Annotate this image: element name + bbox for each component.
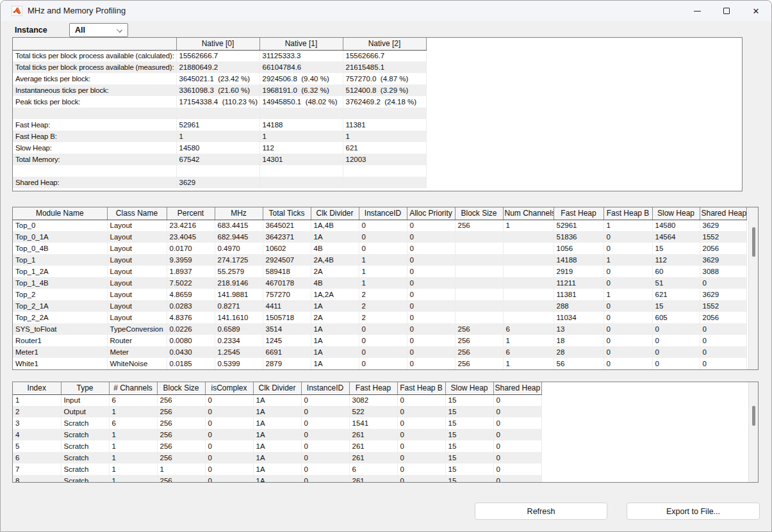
table-cell: 1A: [311, 335, 359, 346]
table-cell: 1: [359, 266, 407, 277]
table-row[interactable]: Meter1Meter0.04301.254566911A00256628000: [13, 346, 746, 358]
table-row[interactable]: Total ticks per block process available …: [13, 61, 426, 73]
table-row[interactable]: Instantaneous ticks per block:3361098.3 …: [13, 85, 426, 96]
table-row[interactable]: Top_0_1ALayout23.4045682.944536423711A00…: [13, 231, 746, 243]
column-header: Slow Heap: [445, 382, 493, 394]
table-cell: 261: [349, 440, 397, 452]
instance-dropdown[interactable]: All: [69, 23, 128, 37]
table-row[interactable]: White1WhiteNoise0.01850.539928791A002561…: [13, 358, 746, 369]
table-cell: 0: [652, 346, 700, 358]
table-cell: 15: [652, 300, 700, 312]
table-cell: Top_2_2A: [13, 312, 107, 323]
table-cell: 11381: [343, 119, 426, 131]
table-cell: 4: [13, 429, 61, 440]
table-cell: 256: [157, 440, 205, 452]
table-row[interactable]: Shared Heap:3629: [13, 177, 426, 188]
instance-dropdown-value: All: [75, 26, 85, 35]
table-cell: 3088: [700, 266, 746, 277]
minimize-button[interactable]: [686, 1, 708, 21]
table-cell: 256: [157, 452, 205, 463]
column-header: Alloc Priority: [407, 207, 455, 220]
table-row[interactable]: Top_1Layout9.3959274.172529245072A,4B101…: [13, 254, 746, 266]
table-cell: 15: [445, 475, 493, 483]
table-row[interactable]: 3Scratch625601A015410150: [13, 417, 541, 429]
table-cell: 2A: [311, 312, 359, 323]
export-button[interactable]: Export to File...: [627, 503, 760, 520]
table-row[interactable]: SYS_toFloatTypeConversion0.02260.6589351…: [13, 323, 746, 335]
refresh-button[interactable]: Refresh: [475, 503, 607, 520]
table-cell: 1: [13, 394, 61, 406]
scrollbar-thumb[interactable]: [752, 227, 755, 257]
table-cell: 0.2334: [215, 335, 263, 346]
table-cell: Layout: [107, 266, 167, 277]
table-row[interactable]: Top_0_4BLayout0.01700.4970106024B0010560…: [13, 243, 746, 254]
table-cell: 17154338.4 (110.23 %): [176, 96, 259, 108]
table-row[interactable]: Top_1_2ALayout1.893755.25795894182A10291…: [13, 266, 746, 277]
table-row[interactable]: Top_0Layout23.4216683.441536450211A,4B00…: [13, 220, 746, 231]
table-cell: 8: [13, 475, 61, 483]
table-cell: 0: [407, 335, 455, 346]
table-row[interactable]: Top_2_2ALayout4.8376141.161015057182A201…: [13, 312, 746, 323]
table-cell: 1A: [253, 429, 301, 440]
module-table-header-row: Module NameClass NamePercentMHzTotal Tic…: [13, 207, 746, 220]
table-cell: 51836: [554, 231, 604, 243]
table-cell: 1A: [311, 358, 359, 369]
table-cell: [259, 108, 343, 119]
table-row[interactable]: Total Memory:675421430112003: [13, 154, 426, 165]
close-button[interactable]: ✕: [745, 1, 767, 21]
column-header: InstanceID: [301, 382, 349, 394]
table-cell: 1: [343, 131, 426, 142]
table-cell: 0: [359, 335, 407, 346]
table-row[interactable]: 5Scratch125601A02610150: [13, 440, 541, 452]
table-cell: 0.0080: [167, 335, 215, 346]
table-cell: 0.0170: [167, 243, 215, 254]
table-row[interactable]: Top_2_1ALayout0.02830.827144111A20288015…: [13, 300, 746, 312]
table-cell: 0: [397, 463, 445, 475]
column-header: Class Name: [107, 207, 167, 220]
table-cell: 2A,4B: [311, 254, 359, 266]
table-row[interactable]: Total ticks per block process available …: [13, 50, 426, 61]
table-cell: 1A: [253, 440, 301, 452]
table-cell: 4B: [311, 243, 359, 254]
table-cell: 0: [407, 312, 455, 323]
table-cell: 12003: [343, 154, 426, 165]
table-cell: 1A: [253, 417, 301, 429]
table-cell: 3629: [700, 220, 746, 231]
table-row[interactable]: Peak ticks per block:17154338.4 (110.23 …: [13, 96, 426, 108]
table-row[interactable]: Fast Heap:529611418811381: [13, 119, 426, 131]
column-header: Clk Divider: [311, 207, 359, 220]
table-cell: 4B: [311, 277, 359, 289]
table-cell: Top_2: [13, 289, 107, 300]
table-cell: Shared Heap:: [13, 177, 176, 188]
table-row[interactable]: [13, 165, 426, 177]
table-row[interactable]: Fast Heap B:111: [13, 131, 426, 142]
table-cell: Scratch: [61, 417, 109, 429]
table-row[interactable]: 4Scratch125601A02610150: [13, 429, 541, 440]
table-row[interactable]: Top_1_4BLayout7.5022218.914646701784B101…: [13, 277, 746, 289]
table-row[interactable]: 7Scratch1101A060150: [13, 463, 541, 475]
table-cell: 14580: [652, 220, 700, 231]
table-row[interactable]: Router1Router0.00800.233412451A002561180…: [13, 335, 746, 346]
table-cell: [503, 231, 554, 243]
table-cell: 15: [652, 243, 700, 254]
table-cell: 0: [359, 358, 407, 369]
table-cell: 66104784.6: [259, 61, 343, 73]
table-cell: 11211: [554, 277, 604, 289]
table-row[interactable]: 8Scratch125601A02610150: [13, 475, 541, 483]
table-row[interactable]: Slow Heap:14580112621: [13, 142, 426, 154]
maximize-button[interactable]: [716, 1, 737, 21]
column-header: Native [2]: [343, 38, 426, 50]
scrollbar-thumb[interactable]: [752, 406, 755, 426]
table-row[interactable]: Top_2Layout4.8659141.98817572701A,2A2011…: [13, 289, 746, 300]
table-row[interactable]: [13, 108, 426, 119]
summary-table-header-row: Native [0]Native [1]Native [2]: [13, 38, 426, 50]
table-row[interactable]: 6Scratch125601A02610150: [13, 452, 541, 463]
table-row[interactable]: 1Input625601A030820150: [13, 394, 541, 406]
table-row[interactable]: Average ticks per block:3645021.1 (23.42…: [13, 73, 426, 85]
table-cell: 1552: [700, 300, 746, 312]
module-table-scrollbar[interactable]: [748, 207, 758, 369]
table-cell: [455, 266, 503, 277]
table-cell: [343, 177, 426, 188]
buffer-table-scrollbar[interactable]: [748, 382, 758, 482]
table-row[interactable]: 2Output125601A05220150: [13, 406, 541, 417]
